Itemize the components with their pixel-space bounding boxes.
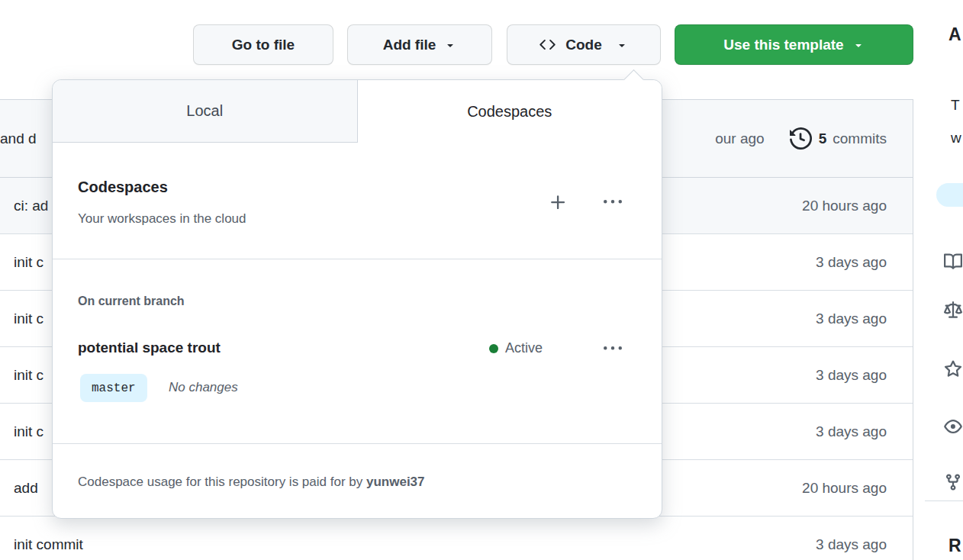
add-file-button[interactable]: Add file — [347, 24, 492, 65]
usage-note-text: Codespace usage for this repository is p… — [78, 475, 366, 489]
commit-age[interactable]: 3 days ago — [816, 311, 887, 327]
codespaces-options-button[interactable] — [600, 189, 626, 215]
go-to-file-label: Go to file — [232, 37, 295, 53]
tab-local-label: Local — [186, 102, 223, 120]
commit-message[interactable]: init c — [14, 367, 43, 384]
branch-name: master — [92, 381, 136, 395]
branch-badge: master — [80, 374, 147, 402]
latest-commit-message[interactable]: and d — [0, 130, 37, 147]
commit-age[interactable]: 3 days ago — [816, 254, 887, 271]
code-label: Code — [565, 37, 602, 53]
topic-pill[interactable] — [936, 183, 963, 207]
commit-message[interactable]: init c — [14, 423, 43, 440]
commit-message[interactable]: ci: ad — [14, 198, 48, 214]
chevron-down-icon — [616, 39, 628, 51]
commit-message[interactable]: init c — [14, 311, 43, 327]
commit-count-label[interactable]: commits — [833, 130, 887, 147]
dropdown-tabs: Local Codespaces — [53, 80, 662, 143]
about-heading: A — [949, 24, 961, 45]
commit-age[interactable]: 20 hours ago — [802, 198, 887, 214]
latest-commit-age: our ago — [715, 130, 764, 147]
table-row[interactable]: init commit 3 days ago — [0, 517, 913, 560]
book-icon — [944, 253, 962, 271]
tab-codespaces[interactable]: Codespaces — [358, 80, 662, 143]
commit-age[interactable]: 20 hours ago — [802, 480, 887, 497]
commit-age[interactable]: 3 days ago — [816, 367, 887, 384]
kebab-horizontal-icon — [604, 193, 622, 211]
codespaces-subtitle: Your workspaces in the cloud — [78, 211, 246, 227]
add-file-label: Add file — [383, 37, 436, 53]
changes-status: No changes — [169, 380, 238, 395]
chevron-down-icon — [852, 39, 865, 51]
commit-message[interactable]: init commit — [14, 536, 83, 553]
star-icon — [944, 360, 962, 378]
sidebar-divider — [925, 500, 963, 501]
plus-icon — [549, 193, 568, 212]
code-button[interactable]: Code — [507, 24, 661, 65]
tab-local[interactable]: Local — [53, 80, 358, 143]
commit-age[interactable]: 3 days ago — [816, 536, 887, 553]
use-this-template-button[interactable]: Use this template — [675, 24, 913, 65]
code-dropdown-panel: Local Codespaces Codespaces Your workspa… — [52, 79, 662, 519]
usage-note-owner: yunwei37 — [366, 475, 425, 489]
use-this-template-label: Use this template — [723, 37, 843, 53]
codespaces-title: Codespaces — [78, 179, 168, 196]
kebab-horizontal-icon — [604, 340, 622, 358]
history-icon — [790, 127, 812, 150]
code-icon — [539, 37, 556, 53]
codespace-name[interactable]: potential space trout — [78, 340, 221, 356]
chevron-down-icon — [444, 39, 456, 51]
codespace-status: Active — [489, 340, 543, 356]
section-divider — [53, 443, 662, 444]
commit-count[interactable]: 5 — [819, 130, 827, 147]
on-current-branch-label: On current branch — [78, 294, 185, 308]
codespace-options-button[interactable] — [600, 336, 626, 362]
about-description-line: T — [951, 97, 960, 114]
commit-age[interactable]: 3 days ago — [816, 423, 887, 440]
new-codespace-button[interactable] — [545, 189, 571, 215]
status-label: Active — [505, 340, 543, 356]
commit-message[interactable]: init c — [14, 254, 43, 271]
commit-message[interactable]: add — [14, 480, 38, 497]
usage-note: Codespace usage for this repository is p… — [78, 475, 425, 490]
about-description-line: w — [951, 130, 961, 146]
fork-icon — [944, 473, 962, 491]
tab-codespaces-label: Codespaces — [467, 103, 552, 121]
eye-icon — [944, 417, 962, 436]
active-dot-icon — [489, 344, 498, 353]
go-to-file-button[interactable]: Go to file — [193, 24, 333, 65]
section-divider — [53, 259, 662, 259]
releases-heading: R — [949, 536, 961, 556]
law-icon — [944, 301, 962, 320]
